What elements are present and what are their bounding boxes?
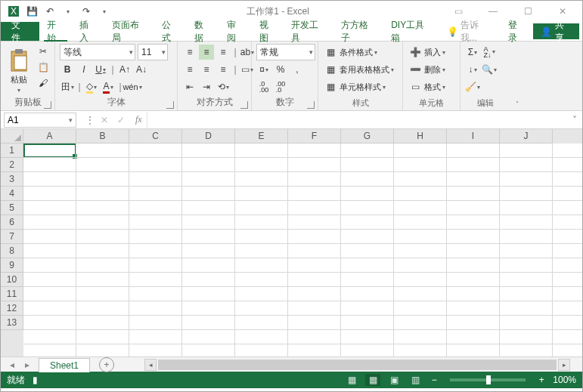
macro-record-icon[interactable]: ▮ (33, 375, 38, 385)
underline-button[interactable]: U (93, 62, 108, 77)
undo-icon[interactable]: ↶ (43, 5, 57, 18)
zoom-out-button[interactable]: − (429, 375, 439, 385)
row-header[interactable]: 9 (1, 258, 23, 273)
number-format-combo[interactable]: 常规▾ (256, 44, 315, 60)
normal-view-icon[interactable]: ▦ (365, 374, 380, 386)
column-header[interactable]: F (288, 129, 341, 144)
scroll-right-icon[interactable]: ▸ (558, 359, 570, 371)
page-layout-view-icon[interactable]: ▣ (386, 374, 402, 386)
align-top-icon[interactable]: ≡ (182, 45, 197, 60)
tab-insert[interactable]: 插入 (72, 22, 104, 41)
zoom-slider[interactable] (450, 378, 526, 381)
row-header[interactable]: 5 (1, 201, 23, 215)
align-bottom-icon[interactable]: ≡ (216, 45, 231, 60)
dialog-launcher-icon[interactable] (240, 101, 248, 109)
cut-icon[interactable]: ✂ (36, 44, 51, 59)
row-header[interactable]: 4 (1, 187, 23, 201)
tab-developer[interactable]: 开发工具 (284, 22, 333, 41)
fill-button[interactable]: ↓ (465, 62, 480, 77)
zoom-level[interactable]: 100% (553, 375, 576, 385)
row-header[interactable]: 10 (1, 273, 23, 287)
row-header[interactable]: 6 (1, 215, 23, 230)
display-settings-icon[interactable]: ▦ (344, 374, 359, 386)
ribbon-display-icon[interactable]: ▭ (445, 4, 472, 19)
close-icon[interactable]: ✕ (549, 4, 576, 19)
redo-icon[interactable]: ↷ (79, 5, 93, 18)
cell-styles-button[interactable]: ▦单元格样式▾ (323, 79, 386, 95)
row-header[interactable]: 12 (1, 301, 23, 316)
border-button[interactable]: 田 (60, 79, 75, 94)
minimize-icon[interactable]: — (479, 4, 507, 19)
column-header[interactable]: E (235, 129, 288, 144)
page-break-view-icon[interactable]: ▥ (408, 374, 423, 386)
zoom-thumb[interactable] (486, 375, 491, 384)
column-header[interactable]: G (341, 129, 394, 144)
clear-button[interactable]: 🧹 (465, 79, 480, 94)
sort-filter-button[interactable]: AZ↓ (482, 45, 497, 60)
delete-cells-button[interactable]: ➖删除▾ (408, 61, 445, 78)
align-center-icon[interactable]: ≡ (199, 62, 214, 77)
increase-indent-icon[interactable]: ⇥ (199, 79, 214, 94)
new-sheet-button[interactable]: + (99, 357, 114, 372)
italic-button[interactable]: I (76, 62, 91, 77)
paste-button[interactable]: 粘贴 ▾ (5, 44, 33, 94)
column-header[interactable]: B (76, 129, 129, 144)
align-right-icon[interactable]: ≡ (216, 62, 231, 77)
column-header[interactable]: J (500, 129, 553, 144)
dialog-launcher-icon[interactable] (307, 101, 315, 109)
tab-diy[interactable]: DIY工具箱 (383, 22, 439, 41)
cancel-formula-icon[interactable]: ✕ (101, 115, 108, 125)
autosum-button[interactable]: Σ (465, 45, 480, 60)
format-cells-button[interactable]: ▭格式▾ (408, 79, 445, 95)
tab-view[interactable]: 视图 (252, 22, 284, 41)
increase-font-icon[interactable]: A↑ (117, 62, 132, 77)
horizontal-scrollbar[interactable]: ◂ ▸ (144, 359, 570, 371)
fill-color-button[interactable]: ◇ (84, 79, 99, 94)
format-as-table-button[interactable]: ▦套用表格格式▾ (323, 61, 394, 78)
row-header[interactable]: 3 (1, 172, 23, 187)
sheet-nav-prev-icon[interactable]: ◂ (5, 359, 19, 371)
zoom-in-button[interactable]: + (536, 375, 547, 385)
enter-formula-icon[interactable]: ✓ (117, 115, 125, 125)
column-header[interactable]: A (23, 129, 76, 144)
name-box[interactable]: A1▾ (4, 113, 76, 128)
row-header[interactable]: 2 (1, 158, 23, 172)
maximize-icon[interactable]: ☐ (514, 4, 541, 19)
expand-formula-bar-icon[interactable]: ˅ (567, 115, 582, 125)
scroll-left-icon[interactable]: ◂ (144, 359, 157, 371)
font-size-combo[interactable]: 11▾ (138, 44, 168, 60)
tab-review[interactable]: 审阅 (219, 22, 252, 41)
collapse-ribbon-icon[interactable]: ˄ (516, 100, 519, 107)
dialog-launcher-icon[interactable] (166, 101, 174, 109)
active-cell[interactable] (23, 144, 76, 158)
sheet-tab[interactable]: Sheet1 (39, 358, 90, 372)
sheet-nav-next-icon[interactable]: ▸ (20, 359, 34, 371)
column-header[interactable]: D (182, 129, 235, 144)
save-icon[interactable]: 💾 (25, 5, 39, 18)
row-header[interactable]: 8 (1, 244, 23, 258)
row-header[interactable]: 11 (1, 287, 23, 301)
tab-formulas[interactable]: 公式 (154, 22, 187, 41)
copy-icon[interactable]: 📋 (36, 60, 51, 75)
percent-button[interactable]: % (273, 62, 288, 77)
insert-cells-button[interactable]: ➕插入▾ (408, 44, 445, 60)
column-header[interactable]: H (394, 129, 447, 144)
format-painter-icon[interactable]: 🖌 (36, 76, 51, 91)
phonetic-button[interactable]: wén (125, 79, 140, 94)
bold-button[interactable]: B (60, 62, 75, 77)
align-middle-icon[interactable]: ≡ (199, 45, 214, 60)
dialog-launcher-icon[interactable] (44, 101, 51, 109)
decrease-indent-icon[interactable]: ⇤ (182, 79, 197, 94)
sign-in[interactable]: 登录 (501, 22, 533, 41)
column-header[interactable]: C (129, 129, 182, 144)
tab-fangfang[interactable]: 方方格子 (333, 22, 383, 41)
fx-icon[interactable]: fx (131, 114, 147, 125)
comma-button[interactable]: , (290, 62, 305, 77)
qat-customize-icon[interactable]: ▾ (98, 5, 111, 18)
decrease-font-icon[interactable]: A↓ (134, 62, 149, 77)
cells-area[interactable] (23, 144, 582, 357)
row-header[interactable]: 7 (1, 230, 23, 244)
row-header[interactable]: 1 (1, 144, 23, 158)
currency-button[interactable]: ¤ (256, 62, 271, 77)
paste-dropdown-icon[interactable]: ▾ (17, 87, 20, 94)
